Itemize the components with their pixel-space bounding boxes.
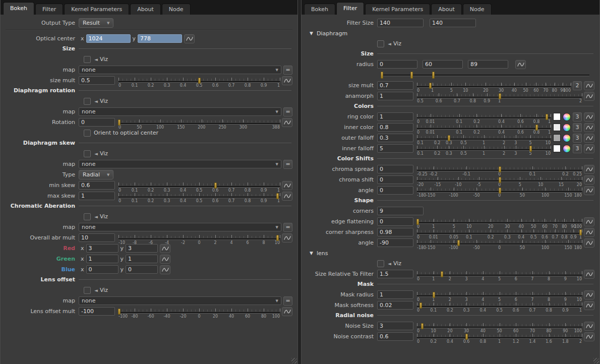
viz-arrow-icon[interactable]: ◄	[94, 288, 98, 293]
slider-handle[interactable]	[499, 93, 501, 99]
expression-equals-button[interactable]: =	[283, 107, 292, 116]
chroma-spread-slider[interactable]: -0.25-0.2-0.100.10.20.25	[417, 166, 582, 176]
radius-range-slider[interactable]	[381, 71, 589, 79]
curve-editor-button[interactable]	[515, 60, 526, 69]
red-aberration-x-field[interactable]: 3	[86, 244, 118, 253]
color-wheel-icon[interactable]	[563, 113, 571, 121]
curve-editor-button[interactable]	[584, 270, 594, 279]
chroma-spread-field[interactable]: 0	[377, 165, 413, 173]
slider-handle[interactable]	[410, 72, 413, 79]
rotation-field[interactable]: 0	[79, 118, 115, 127]
mask-softness-slider[interactable]: 00.10.20.30.40.50.60.70.80.91	[417, 302, 582, 313]
size-relative-to-filter-slider[interactable]: 012345678910	[417, 271, 582, 281]
color-swatch[interactable]	[553, 134, 561, 142]
curve-editor-button[interactable]	[282, 307, 292, 316]
size-viz-checkbox[interactable]	[84, 56, 91, 63]
tab-bokeh[interactable]: Bokeh	[304, 4, 335, 15]
output-type-select[interactable]: Result▼	[79, 18, 113, 28]
filter-size-mult-slider[interactable]: 015102030405060708090100	[417, 83, 571, 93]
channels-3-button[interactable]: 3	[573, 134, 582, 143]
shape-angle-field[interactable]: -90	[377, 238, 413, 247]
mask-radius-field[interactable]: 1	[377, 290, 413, 299]
curve-editor-button[interactable]	[282, 233, 292, 242]
curve-editor-button[interactable]	[584, 112, 594, 122]
lens-group[interactable]: ▼lens	[310, 249, 594, 257]
chroma-angle-slider[interactable]: -180-150-100-50050100150180	[417, 188, 582, 198]
aberration-viz-checkbox[interactable]	[84, 213, 91, 220]
lens-offset-mult-slider[interactable]: -100-80-60-40-20020406080100	[118, 309, 280, 319]
curve-editor-button[interactable]	[584, 175, 594, 185]
curve-editor-button[interactable]	[184, 34, 195, 43]
max-skew-field[interactable]: 1	[79, 192, 115, 200]
radius-field-1[interactable]: 60	[423, 60, 463, 69]
lens-offset-map-dropdown[interactable]: none▼	[79, 296, 281, 305]
slider-handle[interactable]	[546, 114, 548, 120]
mask-radius-slider[interactable]: 012345678910	[417, 292, 582, 302]
inner-falloff-slider[interactable]: 0.10.20.30.5123510	[417, 146, 551, 156]
min-skew-slider[interactable]: 00.10.20.30.40.50.60.70.80.91	[118, 183, 280, 193]
blue-aberration-y-field[interactable]: 0	[126, 265, 158, 274]
slider-handle[interactable]	[118, 119, 121, 126]
corner-sharpness-field[interactable]: 0.98	[377, 228, 413, 236]
anamorph-field[interactable]: 1	[377, 92, 413, 100]
slider-handle[interactable]	[529, 146, 532, 152]
slider-handle[interactable]	[499, 188, 501, 194]
slider-handle[interactable]	[499, 177, 501, 183]
curve-editor-button[interactable]	[584, 92, 594, 101]
curve-editor-button[interactable]	[160, 255, 170, 264]
aberration-map-dropdown[interactable]: none▼	[79, 223, 281, 231]
button-2[interactable]: 2	[573, 81, 582, 90]
rotation-map-dropdown[interactable]: none▼	[79, 107, 281, 116]
viz-arrow-icon[interactable]: ◄	[388, 41, 391, 46]
slider-handle[interactable]	[441, 271, 443, 277]
curve-editor-button[interactable]	[584, 81, 594, 90]
lens-viz-checkbox[interactable]	[377, 260, 384, 267]
slider-handle[interactable]	[579, 229, 582, 235]
curve-editor-button[interactable]	[584, 144, 594, 153]
ring-color-slider[interactable]: 00.010.10.20.40.60.81	[417, 114, 551, 124]
max-skew-slider[interactable]: 00.10.20.30.40.50.60.70.80.91	[118, 193, 280, 203]
anamorph-slider[interactable]: 0.50.60.70.80.912	[417, 93, 582, 103]
slider-handle[interactable]	[433, 292, 435, 298]
tab-filter[interactable]: Filter	[35, 4, 63, 15]
tab-node[interactable]: Node	[463, 4, 492, 15]
size-relative-to-filter-field[interactable]: 1.5	[377, 270, 413, 278]
rotation-viz-checkbox[interactable]	[84, 98, 91, 105]
diaphragm-viz-checkbox[interactable]	[377, 40, 384, 47]
noise-contrast-slider[interactable]: 00.20.40.60.811.21.41.61.82	[417, 334, 582, 344]
collapse-triangle-icon[interactable]: ▼	[310, 29, 313, 37]
edge-flattening-slider[interactable]: 015102030405060708090100	[417, 219, 582, 229]
viz-arrow-icon[interactable]: ◄	[388, 261, 391, 266]
channels-3-button[interactable]: 3	[573, 144, 582, 153]
color-swatch[interactable]	[553, 145, 561, 152]
mask-softness-field[interactable]: 0.02	[377, 301, 413, 310]
outer-falloff-slider[interactable]: 0.10.20.30.5123510	[417, 135, 551, 145]
chroma-shift-field[interactable]: 0	[377, 175, 413, 184]
ring-color-field[interactable]: 1	[377, 112, 413, 121]
slider-handle[interactable]	[416, 219, 419, 225]
viz-arrow-icon[interactable]: ◄	[94, 57, 98, 62]
min-skew-field[interactable]: 0.6	[79, 181, 115, 190]
blue-aberration-x-field[interactable]: 0	[86, 265, 118, 274]
slider-handle[interactable]	[499, 166, 501, 172]
slider-handle[interactable]	[448, 135, 450, 141]
inner-color-field[interactable]: 0.8	[377, 123, 413, 132]
slider-handle[interactable]	[118, 309, 121, 315]
red-aberration-y-field[interactable]: 3	[126, 244, 158, 253]
slider-handle[interactable]	[535, 125, 538, 131]
orient-to-optical-center-checkbox[interactable]	[84, 130, 91, 137]
curve-editor-button[interactable]	[584, 123, 594, 132]
color-wheel-icon[interactable]	[563, 124, 571, 132]
curve-editor-button[interactable]	[584, 290, 594, 299]
channels-3-button[interactable]: 3	[573, 123, 582, 132]
slider-handle[interactable]	[214, 183, 217, 189]
color-wheel-icon[interactable]	[563, 134, 571, 142]
expression-equals-button[interactable]: =	[283, 223, 292, 232]
curve-editor-button[interactable]	[160, 244, 170, 253]
slider-handle[interactable]	[381, 72, 383, 79]
slider-handle[interactable]	[276, 235, 279, 241]
size-mult-slider[interactable]: 00.10.20.30.40.50.60.70.80.91	[118, 78, 280, 88]
slider-handle[interactable]	[419, 302, 422, 309]
expression-equals-button[interactable]: =	[283, 160, 292, 169]
lens-offset-viz-checkbox[interactable]	[84, 287, 91, 294]
